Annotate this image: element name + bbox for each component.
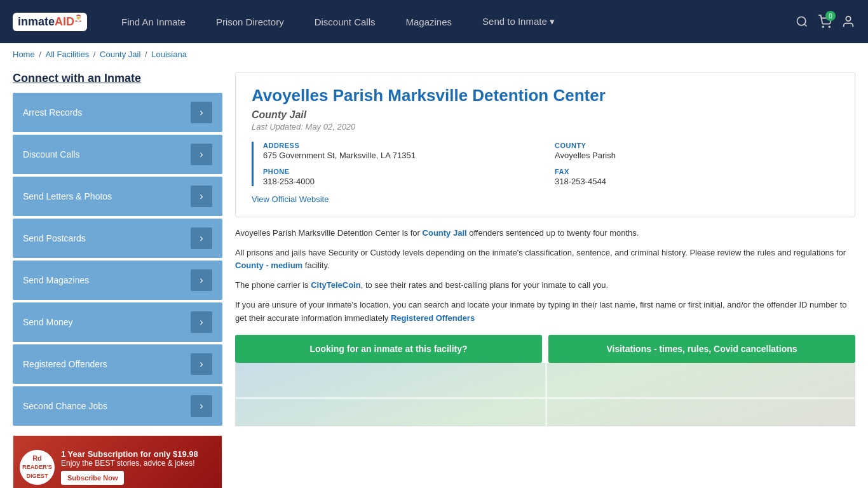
svg-point-3	[829, 26, 830, 27]
ad-text: 1 Year Subscription for only $19.98 Enjo…	[61, 449, 198, 485]
breadcrumb-sep1: /	[39, 50, 43, 59]
nav-find-inmate[interactable]: Find An Inmate	[106, 0, 201, 43]
main-content: Avoyelles Parish Marksville Detention Ce…	[235, 72, 855, 488]
breadcrumb-home[interactable]: Home	[13, 50, 35, 59]
sidebar-item-label: Send Magazines	[23, 275, 89, 285]
breadcrumb-state[interactable]: Louisiana	[151, 50, 187, 59]
registered-offenders-link[interactable]: Registered Offenders	[391, 313, 475, 323]
address-block: ADDRESS 675 Government St, Marksville, L…	[263, 142, 547, 160]
logo-aid: AID	[55, 15, 74, 28]
address-label: ADDRESS	[263, 142, 547, 149]
search-icon[interactable]	[796, 15, 808, 28]
nav-magazines[interactable]: Magazines	[391, 0, 468, 43]
sidebar-item-label: Send Letters & Photos	[23, 191, 112, 201]
logo-hat-icon: 🎅	[74, 15, 82, 22]
nav-icons: 0	[796, 15, 855, 29]
breadcrumb-all-facilities[interactable]: All Facilities	[46, 50, 90, 59]
address-value: 675 Government St, Marksville, LA 71351	[263, 151, 547, 160]
visitations-button[interactable]: Visitations - times, rules, Covid cancel…	[548, 335, 855, 363]
desc-paragraph-3: The phone carrier is CityTeleCoin, to se…	[235, 279, 855, 292]
sidebar-item-send-letters[interactable]: Send Letters & Photos ›	[13, 177, 222, 216]
facility-map	[235, 363, 855, 426]
county-value: Avoyelles Parish	[555, 151, 839, 160]
facility-last-updated: Last Updated: May 02, 2020	[252, 122, 839, 132]
sidebar-title: Connect with an Inmate	[13, 72, 222, 85]
citytelecoin-link[interactable]: CityTeleCoin	[311, 280, 361, 290]
ad-logo: RdREADER'SDIGEST	[20, 450, 55, 485]
ad-subscribe-button[interactable]: Subscribe Now	[61, 471, 124, 485]
breadcrumb-sep3: /	[145, 50, 149, 59]
looking-for-inmate-button[interactable]: Looking for an inmate at this facility?	[235, 335, 542, 363]
svg-point-4	[846, 17, 850, 21]
logo-text: inmateAID	[18, 15, 74, 29]
facility-card: Avoyelles Parish Marksville Detention Ce…	[235, 72, 855, 217]
sidebar-item-label: Registered Offenders	[23, 359, 107, 369]
sidebar-arrow-icon: ›	[191, 311, 212, 333]
phone-label: PHONE	[263, 168, 547, 175]
sidebar-arrow-icon: ›	[191, 144, 212, 165]
user-icon[interactable]	[841, 15, 855, 29]
fax-block: FAX 318-253-4544	[555, 168, 839, 186]
breadcrumb-county-jail[interactable]: County Jail	[100, 50, 140, 59]
navbar-nav: Find An Inmate Prison Directory Discount…	[106, 0, 796, 43]
sidebar-item-label: Send Money	[23, 317, 73, 327]
sidebar-item-arrest-records[interactable]: Arrest Records ›	[13, 93, 222, 132]
nav-prison-directory[interactable]: Prison Directory	[201, 0, 299, 43]
sidebar-item-second-chance-jobs[interactable]: Second Chance Jobs ›	[13, 386, 222, 426]
action-buttons: Looking for an inmate at this facility? …	[235, 335, 855, 363]
sidebar-item-send-postcards[interactable]: Send Postcards ›	[13, 219, 222, 258]
breadcrumb: Home / All Facilities / County Jail / Lo…	[0, 43, 868, 65]
desc-paragraph-1: Avoyelles Parish Marksville Detention Ce…	[235, 227, 855, 240]
sidebar: Connect with an Inmate Arrest Records › …	[13, 72, 222, 488]
nav-discount-calls[interactable]: Discount Calls	[299, 0, 391, 43]
desc-paragraph-2: All prisons and jails have Security or C…	[235, 247, 855, 273]
svg-line-1	[804, 24, 807, 27]
sidebar-arrow-icon: ›	[191, 269, 212, 291]
sidebar-item-registered-offenders[interactable]: Registered Offenders ›	[13, 344, 222, 384]
sidebar-arrow-icon: ›	[191, 102, 212, 123]
sidebar-item-send-money[interactable]: Send Money ›	[13, 302, 222, 342]
nav-send-to-inmate[interactable]: Send to Inmate ▾	[467, 0, 570, 43]
phone-block: PHONE 318-253-4000	[263, 168, 547, 186]
sidebar-item-send-magazines[interactable]: Send Magazines ›	[13, 261, 222, 300]
sidebar-item-label: Send Postcards	[23, 233, 86, 243]
ad-subtext: Enjoy the BEST stories, advice & jokes!	[61, 459, 195, 468]
fax-label: FAX	[555, 168, 839, 175]
facility-name: Avoyelles Parish Marksville Detention Ce…	[252, 85, 839, 107]
map-image	[236, 363, 855, 426]
main-container: Connect with an Inmate Arrest Records › …	[0, 65, 868, 488]
sidebar-arrow-icon: ›	[191, 353, 212, 375]
sidebar-item-label: Discount Calls	[23, 149, 79, 159]
sidebar-arrow-icon: ›	[191, 395, 212, 417]
county-block: COUNTY Avoyelles Parish	[555, 142, 839, 160]
county-label: COUNTY	[555, 142, 839, 149]
facility-description: Avoyelles Parish Marksville Detention Ce…	[235, 227, 855, 325]
svg-point-2	[822, 26, 824, 27]
sidebar-advertisement: RdREADER'SDIGEST 1 Year Subscription for…	[13, 435, 222, 488]
facility-details: ADDRESS 675 Government St, Marksville, L…	[252, 142, 839, 186]
sidebar-item-discount-calls[interactable]: Discount Calls ›	[13, 135, 222, 174]
county-medium-link[interactable]: County - medium	[235, 261, 302, 270]
svg-point-0	[797, 17, 806, 25]
cart-icon[interactable]: 0	[818, 15, 832, 29]
cart-badge: 0	[825, 11, 836, 21]
navbar: inmateAID 🎅 Find An Inmate Prison Direct…	[0, 0, 868, 43]
ad-content: RdREADER'SDIGEST 1 Year Subscription for…	[13, 436, 222, 488]
breadcrumb-sep2: /	[93, 50, 98, 59]
sidebar-arrow-icon: ›	[191, 186, 212, 207]
fax-value: 318-253-4544	[555, 177, 839, 186]
sidebar-item-label: Second Chance Jobs	[23, 401, 107, 411]
ad-headline: 1 Year Subscription for only $19.98	[61, 449, 198, 459]
phone-value: 318-253-4000	[263, 177, 547, 186]
official-website-link[interactable]: View Official Website	[252, 194, 329, 204]
sidebar-menu: Arrest Records › Discount Calls › Send L…	[13, 93, 222, 426]
logo[interactable]: inmateAID 🎅	[13, 13, 87, 31]
desc-paragraph-4: If you are unsure of your inmate's locat…	[235, 299, 855, 325]
facility-type: County Jail	[252, 109, 839, 121]
county-jail-link-1[interactable]: County Jail	[423, 228, 467, 238]
sidebar-arrow-icon: ›	[191, 227, 212, 249]
sidebar-item-label: Arrest Records	[23, 107, 82, 118]
